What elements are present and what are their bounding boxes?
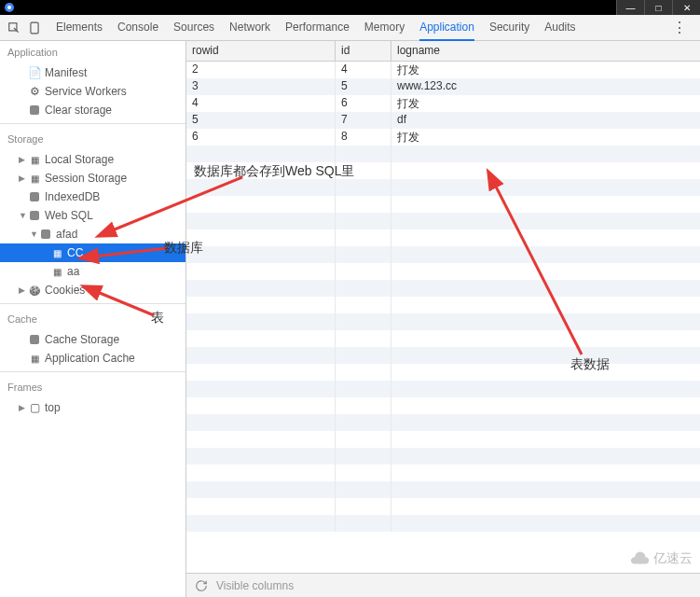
tab-performance[interactable]: Performance	[285, 15, 350, 41]
tab-memory[interactable]: Memory	[364, 15, 405, 41]
frame-top-item[interactable]: ▶▢top	[0, 398, 185, 417]
table-row[interactable]: 46打发	[186, 95, 700, 112]
table-row[interactable]	[186, 313, 700, 330]
section-frames: Frames	[0, 376, 185, 398]
table-body[interactable]: 24打发35www.123.cc46打发57df68打发	[186, 62, 700, 573]
table-row[interactable]	[186, 179, 700, 196]
devtools-tabs: Elements Console Sources Network Perform…	[56, 15, 666, 41]
inspect-icon[interactable]	[7, 21, 21, 35]
tab-elements[interactable]: Elements	[56, 15, 103, 41]
table-cc-item[interactable]: CC	[0, 243, 185, 262]
table-row[interactable]	[186, 263, 700, 280]
table-row[interactable]	[186, 481, 700, 498]
section-storage: Storage	[0, 128, 185, 150]
application-cache-item[interactable]: Application Cache	[0, 349, 185, 368]
chrome-icon	[4, 2, 15, 13]
minimize-button[interactable]: —	[616, 0, 644, 15]
tab-security[interactable]: Security	[489, 15, 529, 41]
close-button[interactable]: ✕	[672, 0, 700, 15]
table-row[interactable]	[186, 414, 700, 431]
tab-audits[interactable]: Audits	[544, 15, 575, 41]
table-row[interactable]	[186, 364, 700, 381]
table-header: rowid id logname	[186, 41, 700, 62]
table-row[interactable]	[186, 213, 700, 229]
table-row[interactable]	[186, 146, 700, 162]
indexeddb-item[interactable]: IndexedDB	[0, 187, 185, 206]
tab-console[interactable]: Console	[117, 15, 158, 41]
table-row[interactable]	[186, 381, 700, 397]
service-workers-item[interactable]: ⚙Service Workers	[0, 82, 185, 101]
table-row[interactable]	[186, 229, 700, 246]
svg-rect-3	[31, 22, 38, 34]
table-row[interactable]	[186, 280, 700, 297]
table-row[interactable]	[186, 448, 700, 465]
application-sidebar: Application 📄Manifest ⚙Service Workers C…	[0, 41, 186, 597]
cache-storage-item[interactable]: Cache Storage	[0, 330, 185, 349]
table-row[interactable]	[186, 431, 700, 448]
table-row[interactable]	[186, 196, 700, 213]
table-content: rowid id logname 24打发35www.123.cc46打发57d…	[186, 41, 700, 597]
table-footer: Visible columns	[186, 573, 700, 597]
column-rowid[interactable]: rowid	[186, 41, 336, 61]
table-row[interactable]	[186, 297, 700, 313]
local-storage-item[interactable]: ▶Local Storage	[0, 150, 185, 169]
visible-columns-label[interactable]: Visible columns	[216, 579, 294, 592]
database-afad-item[interactable]: ▼afad	[0, 225, 185, 243]
table-row[interactable]	[186, 246, 700, 263]
svg-point-1	[7, 6, 11, 9]
maximize-button[interactable]: □	[644, 0, 672, 15]
more-menu-icon[interactable]: ⋮	[666, 19, 693, 36]
table-row[interactable]	[186, 498, 700, 515]
window-titlebar: — □ ✕	[0, 0, 700, 15]
table-row[interactable]	[186, 515, 700, 532]
tab-sources[interactable]: Sources	[173, 15, 214, 41]
cloud-icon	[629, 548, 650, 569]
table-row[interactable]	[186, 330, 700, 347]
table-row[interactable]	[186, 162, 700, 179]
tab-application[interactable]: Application	[419, 15, 474, 41]
manifest-item[interactable]: 📄Manifest	[0, 63, 185, 82]
refresh-icon[interactable]	[194, 578, 209, 593]
cookies-item[interactable]: ▶Cookies	[0, 281, 185, 299]
table-aa-item[interactable]: aa	[0, 262, 185, 281]
watermark: 亿速云	[629, 548, 693, 569]
table-row[interactable]	[186, 465, 700, 481]
table-row[interactable]: 57df	[186, 112, 700, 129]
section-application: Application	[0, 41, 185, 63]
column-logname[interactable]: logname	[391, 41, 700, 61]
tab-network[interactable]: Network	[229, 15, 270, 41]
table-row[interactable]	[186, 347, 700, 364]
devtools-toolbar: Elements Console Sources Network Perform…	[0, 15, 700, 41]
clear-storage-item[interactable]: Clear storage	[0, 101, 185, 119]
device-icon[interactable]	[28, 21, 41, 35]
table-row[interactable]: 68打发	[186, 129, 700, 146]
table-row[interactable]: 24打发	[186, 62, 700, 78]
table-row[interactable]: 35www.123.cc	[186, 78, 700, 95]
column-id[interactable]: id	[336, 41, 391, 61]
websql-item[interactable]: ▼Web SQL	[0, 206, 185, 225]
table-row[interactable]	[186, 397, 700, 414]
section-cache: Cache	[0, 308, 185, 330]
session-storage-item[interactable]: ▶Session Storage	[0, 169, 185, 187]
